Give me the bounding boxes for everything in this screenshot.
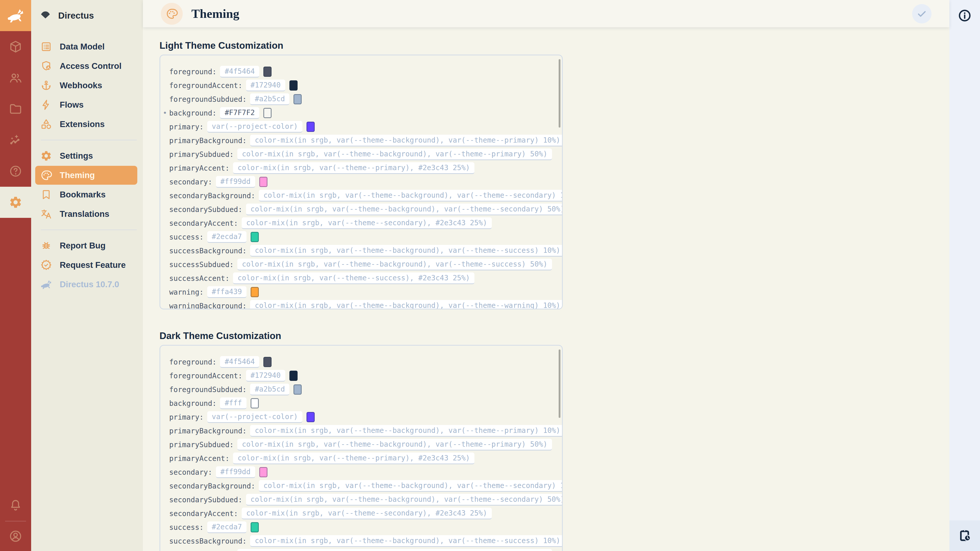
rule-value-input[interactable]: color-mix(in srgb, var(--theme--primary)… [233, 162, 474, 174]
rule-value-input[interactable]: #2ecda7 [207, 521, 247, 533]
nav-item-label: Flows [60, 100, 84, 110]
rule-label: background: [169, 399, 216, 408]
rule-value-input[interactable]: var(--project-color) [207, 121, 302, 133]
rule-value-input[interactable]: color-mix(in srgb, var(--theme--backgrou… [250, 135, 563, 146]
dark-theme-editor: foreground:#4f5464foregroundAccent:#1729… [159, 345, 563, 551]
nav-item-report-bug[interactable]: Report Bug [35, 236, 137, 255]
data-model-icon [40, 41, 52, 52]
nav-item-data-model[interactable]: Data Model [35, 37, 137, 56]
nav-item-label: Webhooks [60, 81, 102, 90]
nav-item-translations[interactable]: Translations [35, 205, 137, 224]
color-swatch[interactable] [290, 80, 298, 91]
rule-value-input[interactable]: color-mix(in srgb, var(--theme--secondar… [242, 508, 492, 519]
theme-rule-row: primarySubdued:color-mix(in srgb, var(--… [160, 148, 562, 161]
color-swatch[interactable] [251, 232, 259, 242]
theme-rule-row: foregroundSubdued:#a2b5cd [160, 92, 562, 106]
revisions-button[interactable] [950, 520, 980, 551]
rule-value-input[interactable]: color-mix(in srgb, var(--theme--backgrou… [246, 203, 563, 215]
rule-value-input[interactable]: color-mix(in srgb, var(--theme--backgrou… [237, 148, 552, 160]
color-swatch[interactable] [263, 357, 272, 367]
theme-rule-row: success:#2ecda7 [160, 520, 562, 534]
rule-value-input[interactable]: #172940 [246, 79, 285, 91]
bell-icon [9, 499, 22, 512]
theme-rule-row: secondaryBackground:color-mix(in srgb, v… [160, 479, 562, 493]
rule-value-input[interactable]: color-mix(in srgb, var(--theme--backgrou… [246, 494, 563, 506]
nav-item-label: Translations [60, 209, 109, 219]
nav-item-flows[interactable]: Flows [35, 95, 137, 114]
rule-value-input[interactable]: color-mix(in srgb, var(--theme--backgrou… [250, 300, 563, 310]
module-help-button[interactable] [0, 156, 31, 187]
rule-value-input[interactable]: color-mix(in srgb, var(--theme--backgrou… [259, 480, 563, 492]
notifications-button[interactable] [0, 490, 31, 521]
theme-rule-row: secondaryAccent:color-mix(in srgb, var(-… [160, 507, 562, 520]
rule-value-input[interactable]: color-mix(in srgb, var(--theme--success)… [233, 272, 474, 284]
rule-value-input[interactable]: #4f5464 [220, 356, 259, 368]
color-swatch[interactable] [263, 67, 272, 77]
rule-value-input[interactable]: color-mix(in srgb, var(--theme--backgrou… [250, 535, 563, 547]
project-header[interactable]: Directus [31, 0, 143, 31]
rule-label: primaryBackground: [169, 427, 247, 435]
info-button[interactable] [950, 0, 980, 31]
nav-item-webhooks[interactable]: Webhooks [35, 76, 137, 95]
rule-value-input[interactable]: #ff99dd [216, 466, 255, 478]
color-swatch[interactable] [259, 177, 267, 187]
rule-label: secondary: [169, 468, 212, 476]
nav-item-request-feature[interactable]: Request Feature [35, 256, 137, 275]
color-swatch[interactable] [290, 371, 298, 381]
account-button[interactable] [0, 521, 31, 551]
nav-item-theming[interactable]: Theming [35, 166, 137, 185]
theme-rule-row: foregroundSubdued:#a2b5cd [160, 383, 562, 396]
category-icon [40, 118, 52, 130]
rule-value-input[interactable]: #fff [220, 397, 246, 409]
theme-rule-row: warning:#ffa439 [160, 285, 562, 299]
rule-value-input[interactable]: color-mix(in srgb, var(--theme--secondar… [242, 218, 492, 229]
color-swatch[interactable] [263, 108, 272, 118]
directus-logo-button[interactable] [0, 0, 31, 31]
rule-value-input[interactable]: #ffa439 [207, 286, 247, 298]
theme-rule-row: successSubdued:color-mix(in srgb, var(--… [160, 258, 562, 272]
color-swatch[interactable] [251, 522, 259, 532]
theme-rule-row: successSubdued:color-mix(in srgb, var(--… [160, 548, 562, 551]
module-settings-button[interactable] [0, 187, 31, 218]
project-fan-icon [40, 10, 51, 21]
module-files-button[interactable] [0, 94, 31, 124]
rule-value-input[interactable]: color-mix(in srgb, var(--theme--backgrou… [250, 425, 563, 437]
module-users-button[interactable] [0, 62, 31, 94]
save-button[interactable] [912, 4, 932, 24]
color-swatch[interactable] [293, 384, 302, 395]
rule-value-input[interactable]: color-mix(in srgb, var(--theme--backgrou… [250, 245, 563, 257]
color-swatch[interactable] [293, 94, 302, 104]
module-insights-button[interactable] [0, 124, 31, 156]
rule-value-input[interactable]: #F7F7F2 [220, 107, 259, 119]
rule-value-input[interactable]: var(--project-color) [207, 411, 302, 423]
rule-label: primary: [169, 413, 204, 421]
rule-value-input[interactable]: #2ecda7 [207, 231, 247, 243]
nav-item-label: Extensions [60, 119, 105, 129]
nav-item-access-control[interactable]: Access Control [35, 57, 137, 76]
rule-value-input[interactable]: #a2b5cd [250, 94, 290, 105]
rule-label: primarySubdued: [169, 441, 234, 449]
theme-rule-row: secondarySubdued:color-mix(in srgb, var(… [160, 493, 562, 507]
rule-label: primaryBackground: [169, 137, 247, 145]
rule-value-input[interactable]: #172940 [246, 370, 285, 382]
color-swatch[interactable] [251, 398, 259, 408]
block-scrollbar-thumb[interactable] [558, 349, 560, 418]
color-swatch[interactable] [251, 287, 259, 297]
nav-item-extensions[interactable]: Extensions [35, 115, 137, 134]
block-scrollbar-thumb[interactable] [558, 59, 560, 127]
rule-value-input[interactable]: #a2b5cd [250, 384, 290, 395]
nav-item-bookmarks[interactable]: Bookmarks [35, 185, 137, 204]
color-swatch[interactable] [307, 122, 315, 132]
module-content-button[interactable] [0, 31, 31, 62]
rule-value-input[interactable]: color-mix(in srgb, var(--theme--backgrou… [237, 439, 552, 451]
rule-value-input[interactable]: #ff99dd [216, 176, 255, 188]
theme-rule-row: primaryAccent:color-mix(in srgb, var(--t… [160, 451, 562, 465]
rule-value-input[interactable]: color-mix(in srgb, var(--theme--backgrou… [237, 549, 552, 551]
color-swatch[interactable] [259, 467, 267, 477]
rule-value-input[interactable]: #4f5464 [220, 66, 259, 78]
rule-value-input[interactable]: color-mix(in srgb, var(--theme--backgrou… [237, 259, 552, 270]
color-swatch[interactable] [307, 412, 315, 422]
rule-value-input[interactable]: color-mix(in srgb, var(--theme--primary)… [233, 453, 474, 464]
nav-item-settings[interactable]: Settings [35, 146, 137, 165]
rule-value-input[interactable]: color-mix(in srgb, var(--theme--backgrou… [259, 190, 563, 202]
